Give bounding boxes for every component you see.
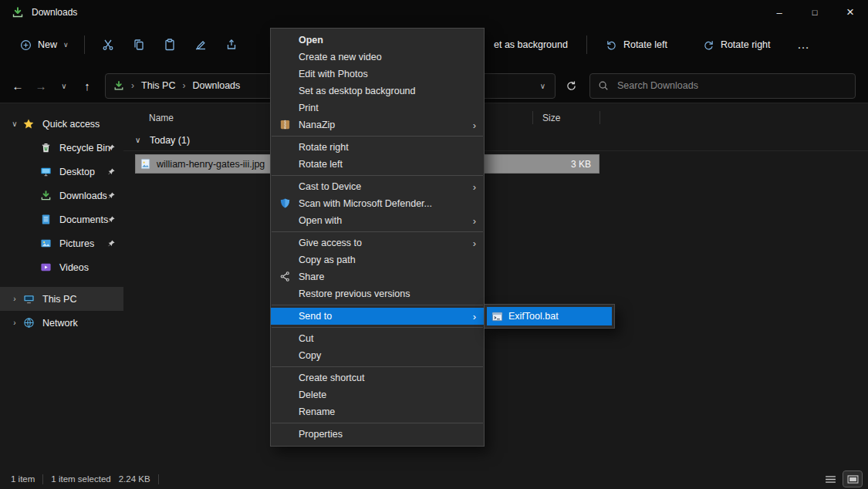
- refresh-button[interactable]: [559, 74, 583, 97]
- rotate-right-button[interactable]: Rotate right: [695, 33, 778, 57]
- breadcrumb-this-pc[interactable]: This PC: [141, 80, 175, 91]
- menu-item-give-access-to[interactable]: Give access to ›: [271, 234, 484, 251]
- title-bar: Downloads – □ ×: [0, 0, 868, 25]
- menu-separator: [272, 231, 483, 232]
- sidebar-item-pictures[interactable]: Pictures: [0, 231, 123, 255]
- rename-button[interactable]: [185, 31, 216, 59]
- cut-button[interactable]: [93, 31, 123, 59]
- menu-item-label: Print: [299, 103, 319, 113]
- menu-separator: [272, 423, 483, 423]
- menu-item-cut[interactable]: Cut: [271, 330, 484, 347]
- menu-separator: [272, 175, 483, 176]
- menu-item-open-with[interactable]: Open with ›: [271, 212, 484, 229]
- rotate-left-button[interactable]: Rotate left: [598, 33, 675, 57]
- menu-item-properties[interactable]: Properties: [271, 426, 484, 443]
- close-icon: ×: [846, 5, 854, 20]
- menu-item-create-shortcut[interactable]: Create shortcut: [271, 369, 484, 386]
- menu-item-delete[interactable]: Delete: [271, 386, 484, 403]
- sidebar-item-label: This PC: [42, 294, 76, 305]
- star-icon: [22, 118, 35, 130]
- minimize-button[interactable]: –: [762, 0, 797, 25]
- new-button[interactable]: New ∨: [12, 34, 76, 56]
- network-icon: [22, 317, 35, 329]
- send-to-submenu: ExifTool.bat: [484, 304, 615, 329]
- details-view-icon: [825, 475, 836, 484]
- view-toggle-buttons: [821, 471, 862, 487]
- menu-item-restore-previous-versions[interactable]: Restore previous versions: [271, 285, 484, 302]
- back-button[interactable]: ←: [6, 74, 29, 97]
- toolbar-divider: [586, 35, 587, 54]
- sidebar-item-network[interactable]: › Network: [0, 311, 123, 335]
- column-header-name[interactable]: Name: [149, 113, 174, 123]
- status-bar: 1 item 1 item selected 2.24 KB: [0, 469, 868, 489]
- set-as-background-label: et as background: [494, 39, 568, 50]
- menu-separator: [272, 366, 483, 367]
- search-input[interactable]: [616, 79, 847, 92]
- menu-item-create-a-new-video[interactable]: Create a new video: [271, 49, 484, 66]
- sidebar-item-quick-access[interactable]: ∨ Quick access: [0, 112, 123, 136]
- forward-button[interactable]: →: [29, 74, 52, 97]
- share-button[interactable]: [216, 31, 247, 59]
- details-view-button[interactable]: [821, 471, 839, 487]
- cut-icon: [102, 39, 114, 51]
- paste-button[interactable]: [154, 31, 185, 59]
- status-divider: [158, 474, 159, 484]
- more-options-button[interactable]: …: [791, 31, 817, 59]
- menu-item-copy[interactable]: Copy: [271, 347, 484, 364]
- search-box[interactable]: [589, 73, 856, 99]
- menu-item-open[interactable]: Open: [271, 32, 484, 49]
- submenu-item-exiftool[interactable]: ExifTool.bat: [487, 307, 612, 325]
- menu-item-share[interactable]: Share: [271, 268, 484, 285]
- this-pc-icon: [22, 293, 35, 305]
- menu-item-rename[interactable]: Rename: [271, 403, 484, 420]
- menu-item-label: Rotate right: [299, 142, 349, 153]
- menu-item-print[interactable]: Print: [271, 99, 484, 116]
- sidebar-item-this-pc[interactable]: › This PC: [0, 287, 123, 311]
- sidebar-item-documents[interactable]: Documents: [0, 207, 123, 231]
- column-header-size[interactable]: Size: [542, 113, 560, 123]
- sidebar-item-label: Videos: [59, 262, 89, 273]
- thumbnail-view-button[interactable]: [843, 471, 862, 487]
- window-title: Downloads: [32, 7, 77, 18]
- menu-item-rotate-right[interactable]: Rotate right: [271, 139, 484, 156]
- menu-item-rotate-left[interactable]: Rotate left: [271, 156, 484, 173]
- copy-button[interactable]: [123, 31, 154, 59]
- group-header-today[interactable]: ∨ Today (1): [123, 131, 868, 151]
- close-button[interactable]: ×: [833, 0, 868, 25]
- sidebar-item-desktop[interactable]: Desktop: [0, 160, 123, 184]
- maximize-button[interactable]: □: [797, 0, 833, 25]
- toolbar-divider: [84, 35, 85, 54]
- column-divider[interactable]: [599, 111, 600, 124]
- context-menu: Open Create a new video Edit with Photos…: [270, 28, 485, 447]
- status-selected-count: 1 item selected: [51, 474, 110, 484]
- chevron-right-icon: ›: [8, 295, 22, 303]
- back-icon: ←: [12, 79, 24, 93]
- set-as-background-button[interactable]: et as background: [486, 33, 576, 56]
- copy-icon: [133, 39, 145, 51]
- address-dropdown-chevron-icon[interactable]: ∨: [540, 82, 545, 90]
- up-button[interactable]: ↑: [76, 74, 99, 97]
- menu-item-nanazip[interactable]: NanaZip ›: [271, 116, 484, 133]
- refresh-icon: [566, 80, 577, 92]
- recent-locations-button[interactable]: ∨: [52, 74, 76, 97]
- menu-item-edit-with-photos[interactable]: Edit with Photos: [271, 66, 484, 83]
- pin-icon: [107, 191, 116, 200]
- menu-item-label: Open with: [299, 215, 342, 226]
- sidebar-item-videos[interactable]: Videos: [0, 255, 123, 279]
- menu-item-copy-as-path[interactable]: Copy as path: [271, 251, 484, 268]
- menu-item-cast-to-device[interactable]: Cast to Device ›: [271, 178, 484, 195]
- pin-icon: [107, 143, 116, 152]
- pin-icon: [107, 167, 116, 176]
- breadcrumb-downloads[interactable]: Downloads: [192, 80, 240, 91]
- new-button-label: New: [38, 39, 57, 50]
- sidebar-item-downloads[interactable]: Downloads: [0, 184, 123, 207]
- column-divider[interactable]: [532, 111, 533, 124]
- menu-item-scan-with-defender[interactable]: Scan with Microsoft Defender...: [271, 195, 484, 212]
- menu-item-set-as-desktop-background[interactable]: Set as desktop background: [271, 83, 484, 99]
- menu-item-send-to[interactable]: Send to ›: [271, 308, 484, 325]
- maximize-icon: □: [812, 8, 818, 17]
- sidebar-item-recycle-bin[interactable]: Recycle Bin: [0, 136, 123, 160]
- menu-item-label: Cut: [299, 333, 313, 344]
- sidebar-item-label: Desktop: [59, 167, 95, 177]
- menu-item-label: Scan with Microsoft Defender...: [299, 198, 432, 209]
